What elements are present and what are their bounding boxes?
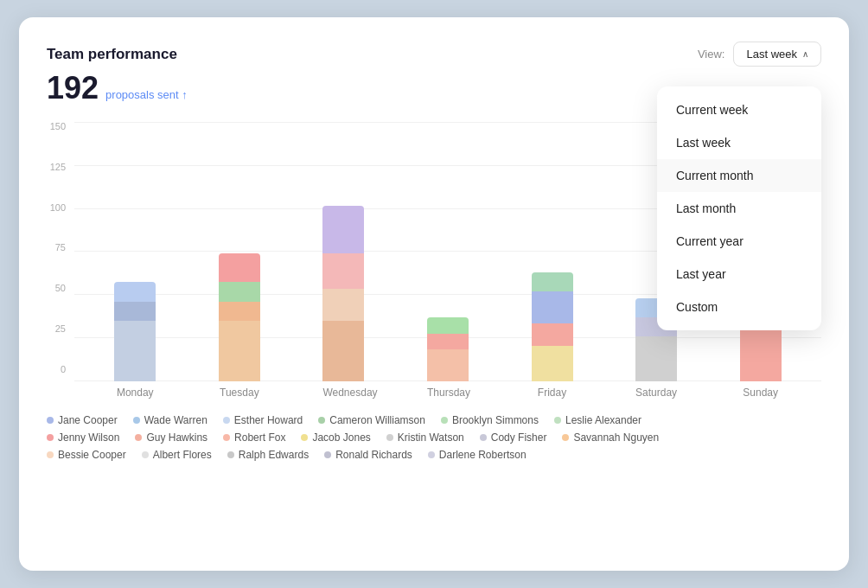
dropdown-option[interactable]: Last month — [657, 192, 821, 225]
bar-stack — [219, 253, 260, 381]
y-axis-label: 75 — [55, 243, 66, 252]
legend-label: Bessie Cooper — [58, 449, 126, 461]
bar-segment — [322, 206, 364, 254]
legend-row: Jenny WilsonGuy HawkinsRobert FoxJacob J… — [47, 431, 821, 444]
view-current-value: Last week — [746, 48, 797, 61]
legend-area: Jane CooperWade WarrenEsther HowardCamer… — [47, 414, 821, 461]
legend-label: Ralph Edwards — [239, 449, 309, 461]
legend-label: Albert Flores — [153, 449, 212, 461]
y-axis-label: 125 — [50, 163, 66, 172]
legend-row: Jane CooperWade WarrenEsther HowardCamer… — [47, 414, 821, 426]
dropdown-option[interactable]: Current month — [657, 159, 821, 192]
dropdown-option[interactable]: Last year — [657, 258, 821, 291]
legend-label: Guy Hawkins — [146, 431, 207, 444]
y-axis-label: 50 — [55, 284, 66, 293]
x-labels: MondayTuesdayWednesdayThursdayFridaySatu… — [74, 387, 821, 399]
bar-stack — [532, 272, 573, 381]
legend-item: Cody Fisher — [480, 431, 547, 444]
legend-item: Robert Fox — [223, 431, 285, 444]
bar-segment — [114, 282, 156, 301]
legend-dot-icon — [135, 434, 142, 441]
legend-dot-icon — [428, 451, 435, 458]
chevron-down-icon: ∧ — [802, 49, 808, 59]
legend-item: Jacob Jones — [301, 431, 370, 444]
legend-dot-icon — [142, 451, 149, 458]
bar-segment — [635, 336, 677, 381]
bar-segment — [114, 302, 156, 321]
x-axis-label: Thursday — [427, 387, 469, 399]
legend-item: Savannah Nguyen — [562, 431, 659, 444]
view-dropdown: Current weekLast weekCurrent monthLast m… — [657, 86, 821, 330]
bar-segment — [740, 330, 782, 381]
view-row: View: Last week ∧ Current weekLast weekC… — [698, 42, 821, 67]
bar-segment — [427, 334, 469, 350]
card-header: Team performance View: Last week ∧ Curre… — [47, 42, 821, 67]
bar-group — [532, 272, 573, 381]
dropdown-option[interactable]: Custom — [657, 291, 821, 323]
legend-label: Jenny Wilson — [58, 431, 119, 444]
stat-label: proposals sent ↑ — [105, 88, 188, 101]
legend-dot-icon — [47, 451, 54, 458]
legend-label: Robert Fox — [234, 431, 285, 444]
bar-group — [322, 206, 364, 381]
legend-item: Ralph Edwards — [227, 449, 309, 461]
bar-segment — [219, 302, 260, 321]
bar-stack — [322, 206, 364, 381]
legend-item: Leslie Alexander — [554, 414, 641, 426]
legend-item: Darlene Robertson — [428, 449, 527, 461]
team-performance-card: Team performance View: Last week ∧ Curre… — [19, 17, 849, 571]
legend-item: Esther Howard — [223, 414, 303, 426]
bar-segment — [322, 289, 364, 321]
legend-item: Kristin Watson — [386, 431, 464, 444]
legend-dot-icon — [227, 451, 234, 458]
legend-label: Jacob Jones — [312, 431, 370, 444]
y-axis-label: 25 — [55, 324, 66, 334]
x-axis-label: Sunday — [740, 387, 782, 399]
legend-item: Cameron Williamson — [318, 414, 425, 426]
legend-dot-icon — [47, 417, 54, 424]
legend-dot-icon — [133, 417, 140, 424]
stat-number: 192 — [47, 70, 99, 106]
dropdown-option[interactable]: Current week — [657, 93, 821, 126]
legend-item: Jane Cooper — [47, 414, 118, 426]
y-axis-label: 100 — [50, 203, 66, 213]
legend-dot-icon — [562, 434, 569, 441]
bar-segment — [532, 272, 573, 291]
legend-label: Darlene Robertson — [439, 449, 527, 461]
legend-item: Guy Hawkins — [135, 431, 207, 444]
y-axis-label: 0 — [61, 365, 66, 374]
legend-label: Kristin Watson — [398, 431, 464, 444]
legend-label: Cody Fisher — [491, 431, 547, 444]
bar-segment — [427, 317, 469, 334]
legend-dot-icon — [554, 417, 561, 424]
y-axis: 1501251007550250 — [47, 122, 74, 399]
legend-item: Bessie Cooper — [47, 449, 126, 461]
legend-item: Jenny Wilson — [47, 431, 119, 444]
bar-segment — [219, 282, 260, 301]
legend-row: Bessie CooperAlbert FloresRalph EdwardsR… — [47, 449, 821, 461]
dropdown-option[interactable]: Last week — [657, 126, 821, 159]
x-axis-label: Friday — [532, 387, 573, 399]
bar-segment — [322, 321, 364, 381]
legend-dot-icon — [301, 434, 308, 441]
legend-dot-icon — [480, 434, 487, 441]
legend-dot-icon — [223, 417, 230, 424]
legend-item: Albert Flores — [142, 449, 212, 461]
bar-segment — [532, 291, 573, 323]
legend-item: Wade Warren — [133, 414, 207, 426]
bar-segment — [322, 253, 364, 289]
dropdown-option[interactable]: Current year — [657, 225, 821, 258]
bar-group — [219, 253, 260, 381]
x-axis-label: Saturday — [635, 387, 677, 399]
legend-dot-icon — [441, 417, 448, 424]
view-label: View: — [698, 48, 725, 61]
x-axis-label: Monday — [114, 387, 156, 399]
x-axis-label: Wednesday — [322, 387, 364, 399]
bar-group — [427, 317, 469, 381]
legend-item: Brooklyn Simmons — [441, 414, 539, 426]
bar-segment — [427, 349, 469, 381]
bar-stack — [114, 282, 156, 381]
legend-label: Jane Cooper — [58, 414, 118, 426]
legend-dot-icon — [324, 451, 331, 458]
view-dropdown-btn[interactable]: Last week ∧ — [733, 42, 821, 67]
